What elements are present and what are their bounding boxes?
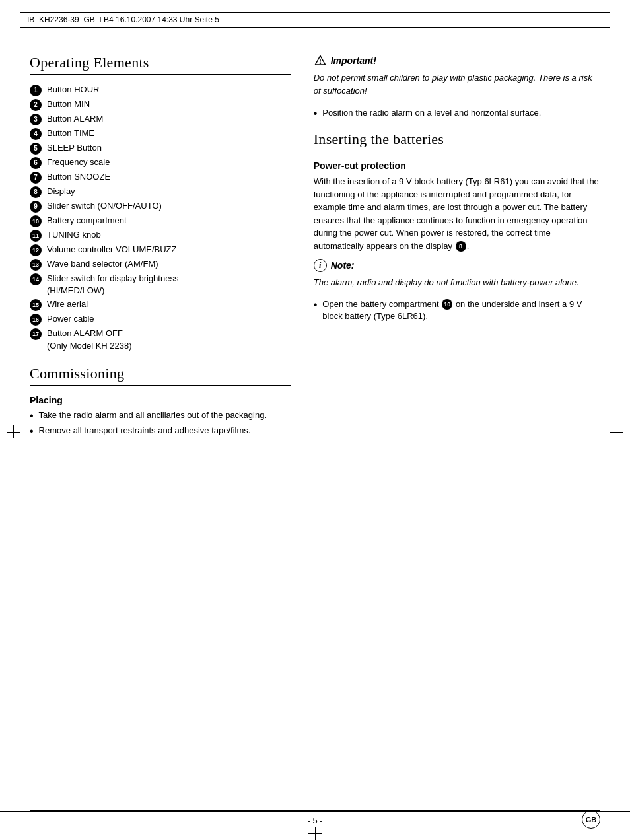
item-badge-11: 11 [30,230,42,242]
important-label: Important! [331,55,376,66]
list-item: 2 Button MIN [30,98,291,111]
svg-point-2 [320,63,320,63]
commissioning-section: Commissioning Placing • Take the radio a… [30,365,291,437]
list-item: 1 Button HOUR [30,84,291,96]
item-badge-16: 16 [30,314,42,326]
crosshair-left [7,425,20,438]
bullet-icon: • [30,426,34,437]
list-item: • Open the battery compartment 10 on the… [314,298,600,322]
item-badge-3: 3 [30,114,42,125]
list-item: 7 Button SNOOZE [30,171,291,184]
item-text-7: Button SNOOZE [47,171,291,183]
bullet-icon: • [314,300,318,310]
note-box: i Note: The alarm, radio and display do … [314,259,600,289]
bullet-icon: • [314,108,318,119]
item-badge-12: 12 [30,244,42,256]
important-bullet-1: Position the radio alarm on a level and … [322,107,541,119]
inline-badge-8: 8 [456,241,466,252]
list-item: 15 Wire aerial [30,298,291,311]
note-text: The alarm, radio and display do not func… [314,276,600,289]
item-text-14: Slider switch for display brightness(HI/… [47,273,291,297]
item-badge-14: 14 [30,273,42,285]
item-badge-2: 2 [30,99,42,111]
placing-bullets: • Take the radio alarm and all ancillari… [30,409,291,437]
bullet-icon: • [30,411,34,421]
power-cut-subtitle: Power-cut protection [314,160,600,171]
crosshair-right [610,425,623,438]
item-badge-10: 10 [30,215,42,227]
list-item: 16 Power cable [30,313,291,326]
placing-bullet-2: Remove all transport restraints and adhe… [39,425,251,437]
list-item: 11 TUNING knob [30,229,291,242]
item-text-10: Battery compartment [47,215,291,227]
operating-elements-title: Operating Elements [30,54,291,75]
item-text-3: Button ALARM [47,113,291,125]
warning-icon [314,54,327,67]
placing-subtitle: Placing [30,395,291,405]
item-text-17: Button ALARM OFF(Only Model KH 2238) [47,328,291,351]
list-item: 14 Slider switch for display brightness(… [30,273,291,297]
list-item: 6 Frequency scale [30,157,291,169]
important-text: Do not permit small children to play wit… [314,71,600,97]
inline-badge-10: 10 [442,299,452,310]
header-bar: IB_KH2236-39_GB_LB4 16.10.2007 14:33 Uhr… [20,12,610,28]
item-text-8: Display [47,186,291,197]
item-text-16: Power cable [47,313,291,325]
item-badge-5: 5 [30,143,42,155]
item-badge-7: 7 [30,172,42,184]
power-cut-body: With the insertion of a 9 V block batter… [314,175,600,252]
item-badge-9: 9 [30,201,42,213]
inserting-batteries-section: Inserting the batteries Power-cut protec… [314,131,600,322]
footer-page-number: - 5 - [307,816,322,825]
note-title: i Note: [314,259,600,272]
list-item: 17 Button ALARM OFF(Only Model KH 2238) [30,328,291,351]
main-content: Operating Elements 1 Button HOUR 2 Butto… [0,34,630,444]
corner-mark-tr [610,52,623,65]
item-text-1: Button HOUR [47,84,291,96]
item-text-15: Wire aerial [47,298,291,310]
list-item: 4 Button TIME [30,127,291,140]
left-column: Operating Elements 1 Button HOUR 2 Butto… [30,54,304,444]
item-text-5: SLEEP Button [47,142,291,154]
item-badge-13: 13 [30,259,42,271]
important-box: Important! Do not permit small children … [314,54,600,119]
item-badge-17: 17 [30,328,42,340]
item-badge-4: 4 [30,128,42,140]
item-badge-6: 6 [30,157,42,169]
item-text-6: Frequency scale [47,157,291,168]
inserting-title: Inserting the batteries [314,131,600,151]
header-text: IB_KH2236-39_GB_LB4 16.10.2007 14:33 Uhr… [27,15,219,24]
list-item: 3 Button ALARM [30,113,291,125]
list-item: 9 Slider switch (ON/OFF/AUTO) [30,200,291,213]
item-badge-15: 15 [30,299,42,311]
inserting-bullet-1: Open the battery compartment 10 on the u… [322,298,600,322]
inserting-bullets: • Open the battery compartment 10 on the… [314,298,600,322]
right-column: Important! Do not permit small children … [304,54,600,444]
list-item: 5 SLEEP Button [30,142,291,155]
item-text-9: Slider switch (ON/OFF/AUTO) [47,200,291,212]
footer: - 5 - [0,811,630,825]
gb-badge: GB [582,810,600,829]
list-item: 13 Wave band selector (AM/FM) [30,258,291,271]
commissioning-title: Commissioning [30,365,291,386]
page: IB_KH2236-39_GB_LB4 16.10.2007 14:33 Uhr… [0,12,630,840]
item-badge-1: 1 [30,85,42,96]
crosshair-bottom [308,827,322,840]
placing-bullet-1: Take the radio alarm and all ancillaries… [39,409,267,421]
list-item: 12 Volume controller VOLUME/BUZZ [30,244,291,256]
list-item: • Position the radio alarm on a level an… [314,107,600,119]
item-badge-8: 8 [30,186,42,198]
info-icon: i [314,259,327,272]
item-text-2: Button MIN [47,98,291,110]
operating-elements-list: 1 Button HOUR 2 Button MIN 3 Button ALAR… [30,84,291,352]
list-item: • Take the radio alarm and all ancillari… [30,409,291,421]
important-title: Important! [314,54,600,67]
item-text-12: Volume controller VOLUME/BUZZ [47,244,291,256]
item-text-11: TUNING knob [47,229,291,241]
note-label: Note: [331,260,355,271]
item-text-13: Wave band selector (AM/FM) [47,258,291,270]
list-item: 10 Battery compartment [30,215,291,227]
list-item: 8 Display [30,186,291,198]
item-text-4: Button TIME [47,127,291,139]
list-item: • Remove all transport restraints and ad… [30,425,291,437]
